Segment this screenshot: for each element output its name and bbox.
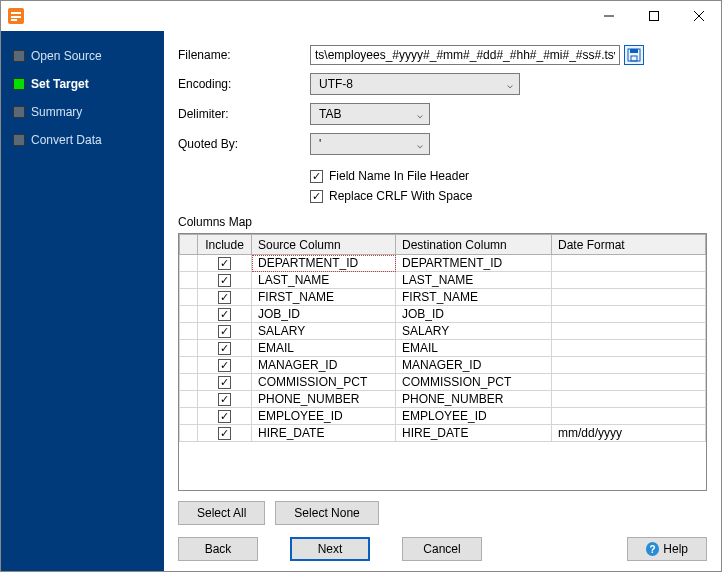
- row-marker[interactable]: [180, 306, 198, 323]
- source-header[interactable]: Source Column: [252, 235, 396, 255]
- include-checkbox[interactable]: [218, 257, 231, 270]
- source-cell[interactable]: HIRE_DATE: [252, 425, 396, 442]
- table-row[interactable]: MANAGER_IDMANAGER_ID: [180, 357, 706, 374]
- include-checkbox[interactable]: [218, 376, 231, 389]
- dest-cell[interactable]: COMMISSION_PCT: [396, 374, 552, 391]
- row-marker[interactable]: [180, 289, 198, 306]
- include-checkbox[interactable]: [218, 342, 231, 355]
- include-cell[interactable]: [198, 255, 252, 272]
- minimize-button[interactable]: [586, 1, 631, 31]
- datefmt-cell[interactable]: mm/dd/yyyy: [552, 425, 706, 442]
- datefmt-cell[interactable]: [552, 340, 706, 357]
- table-row[interactable]: EMAILEMAIL: [180, 340, 706, 357]
- row-marker[interactable]: [180, 323, 198, 340]
- dest-cell[interactable]: PHONE_NUMBER: [396, 391, 552, 408]
- row-marker[interactable]: [180, 357, 198, 374]
- include-cell[interactable]: [198, 323, 252, 340]
- nav-open-source[interactable]: Open Source: [13, 49, 164, 63]
- include-cell[interactable]: [198, 425, 252, 442]
- source-cell[interactable]: LAST_NAME: [252, 272, 396, 289]
- row-marker[interactable]: [180, 340, 198, 357]
- dest-cell[interactable]: DEPARTMENT_ID: [396, 255, 552, 272]
- datefmt-header[interactable]: Date Format: [552, 235, 706, 255]
- cancel-button[interactable]: Cancel: [402, 537, 482, 561]
- maximize-button[interactable]: [631, 1, 676, 31]
- include-cell[interactable]: [198, 306, 252, 323]
- row-marker[interactable]: [180, 425, 198, 442]
- source-cell[interactable]: PHONE_NUMBER: [252, 391, 396, 408]
- close-button[interactable]: [676, 1, 721, 31]
- include-checkbox[interactable]: [218, 427, 231, 440]
- datefmt-cell[interactable]: [552, 374, 706, 391]
- dest-cell[interactable]: LAST_NAME: [396, 272, 552, 289]
- source-cell[interactable]: DEPARTMENT_ID: [252, 255, 396, 272]
- source-cell[interactable]: FIRST_NAME: [252, 289, 396, 306]
- dest-cell[interactable]: EMPLOYEE_ID: [396, 408, 552, 425]
- row-marker[interactable]: [180, 374, 198, 391]
- encoding-select[interactable]: UTF-8 ⌵: [310, 73, 520, 95]
- include-cell[interactable]: [198, 289, 252, 306]
- dest-cell[interactable]: SALARY: [396, 323, 552, 340]
- row-marker[interactable]: [180, 255, 198, 272]
- include-checkbox[interactable]: [218, 291, 231, 304]
- row-marker[interactable]: [180, 391, 198, 408]
- source-cell[interactable]: MANAGER_ID: [252, 357, 396, 374]
- dest-cell[interactable]: HIRE_DATE: [396, 425, 552, 442]
- fieldname-checkbox[interactable]: [310, 170, 323, 183]
- table-row[interactable]: PHONE_NUMBERPHONE_NUMBER: [180, 391, 706, 408]
- include-cell[interactable]: [198, 340, 252, 357]
- table-row[interactable]: EMPLOYEE_IDEMPLOYEE_ID: [180, 408, 706, 425]
- datefmt-cell[interactable]: [552, 306, 706, 323]
- nav-convert-data[interactable]: Convert Data: [13, 133, 164, 147]
- include-checkbox[interactable]: [218, 410, 231, 423]
- datefmt-cell[interactable]: [552, 272, 706, 289]
- include-header[interactable]: Include: [198, 235, 252, 255]
- help-button[interactable]: ? Help: [627, 537, 707, 561]
- table-row[interactable]: JOB_IDJOB_ID: [180, 306, 706, 323]
- source-cell[interactable]: JOB_ID: [252, 306, 396, 323]
- back-button[interactable]: Back: [178, 537, 258, 561]
- include-checkbox[interactable]: [218, 359, 231, 372]
- dest-header[interactable]: Destination Column: [396, 235, 552, 255]
- crlf-checkbox[interactable]: [310, 190, 323, 203]
- dest-cell[interactable]: MANAGER_ID: [396, 357, 552, 374]
- dest-cell[interactable]: FIRST_NAME: [396, 289, 552, 306]
- include-checkbox[interactable]: [218, 308, 231, 321]
- table-row[interactable]: HIRE_DATEHIRE_DATEmm/dd/yyyy: [180, 425, 706, 442]
- next-button[interactable]: Next: [290, 537, 370, 561]
- source-cell[interactable]: EMAIL: [252, 340, 396, 357]
- row-marker[interactable]: [180, 408, 198, 425]
- include-cell[interactable]: [198, 408, 252, 425]
- include-checkbox[interactable]: [218, 274, 231, 287]
- table-row[interactable]: LAST_NAMELAST_NAME: [180, 272, 706, 289]
- dest-cell[interactable]: EMAIL: [396, 340, 552, 357]
- datefmt-cell[interactable]: [552, 357, 706, 374]
- browse-button[interactable]: [624, 45, 644, 65]
- table-row[interactable]: SALARYSALARY: [180, 323, 706, 340]
- source-cell[interactable]: EMPLOYEE_ID: [252, 408, 396, 425]
- row-marker[interactable]: [180, 272, 198, 289]
- delimiter-select[interactable]: TAB ⌵: [310, 103, 430, 125]
- datefmt-cell[interactable]: [552, 323, 706, 340]
- nav-set-target[interactable]: Set Target: [13, 77, 164, 91]
- include-cell[interactable]: [198, 374, 252, 391]
- select-none-button[interactable]: Select None: [275, 501, 378, 525]
- select-all-button[interactable]: Select All: [178, 501, 265, 525]
- source-cell[interactable]: SALARY: [252, 323, 396, 340]
- datefmt-cell[interactable]: [552, 391, 706, 408]
- datefmt-cell[interactable]: [552, 289, 706, 306]
- table-row[interactable]: DEPARTMENT_IDDEPARTMENT_ID: [180, 255, 706, 272]
- include-cell[interactable]: [198, 357, 252, 374]
- include-checkbox[interactable]: [218, 393, 231, 406]
- include-cell[interactable]: [198, 391, 252, 408]
- table-row[interactable]: FIRST_NAMEFIRST_NAME: [180, 289, 706, 306]
- datefmt-cell[interactable]: [552, 255, 706, 272]
- include-cell[interactable]: [198, 272, 252, 289]
- table-row[interactable]: COMMISSION_PCTCOMMISSION_PCT: [180, 374, 706, 391]
- source-cell[interactable]: COMMISSION_PCT: [252, 374, 396, 391]
- quoted-select[interactable]: ' ⌵: [310, 133, 430, 155]
- datefmt-cell[interactable]: [552, 408, 706, 425]
- nav-summary[interactable]: Summary: [13, 105, 164, 119]
- dest-cell[interactable]: JOB_ID: [396, 306, 552, 323]
- filename-input[interactable]: [310, 45, 620, 65]
